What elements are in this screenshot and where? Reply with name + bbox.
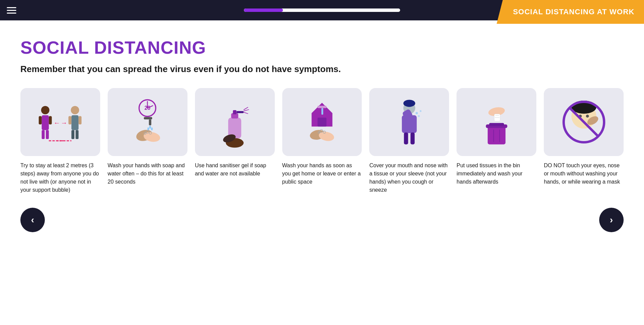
svg-rect-10 [72, 115, 79, 130]
svg-point-54 [419, 110, 421, 112]
svg-text:←: ← [54, 119, 60, 126]
svg-rect-21 [149, 119, 151, 125]
svg-point-22 [149, 126, 151, 129]
card-distance: ← → Try to [20, 88, 100, 194]
card-wash-text: Wash your hands with soap and water ofte… [108, 161, 187, 186]
svg-rect-62 [487, 126, 505, 144]
svg-rect-20 [144, 117, 153, 119]
card-touch-text: DO NOT touch your eyes, nose or mouth wi… [544, 161, 624, 186]
next-button[interactable]: › [599, 208, 624, 232]
svg-point-24 [151, 127, 153, 131]
main-content: SOCIAL DISTANCING Remember that you can … [0, 20, 644, 249]
svg-point-53 [415, 112, 418, 114]
svg-rect-42 [321, 108, 323, 115]
svg-point-49 [403, 100, 415, 107]
svg-rect-57 [410, 133, 414, 144]
svg-rect-14 [79, 116, 82, 125]
svg-rect-12 [76, 130, 79, 139]
svg-line-34 [244, 107, 248, 110]
banner-text: SOCIAL DISTANCING AT WORK [513, 7, 634, 16]
svg-point-0 [41, 106, 50, 115]
orange-banner: SOCIAL DISTANCING AT WORK [497, 0, 644, 24]
card-sanitiser: Use hand sanitiser gel if soap and water… [195, 88, 275, 194]
svg-line-35 [244, 109, 249, 111]
svg-rect-64 [489, 123, 504, 126]
svg-point-70 [586, 115, 589, 118]
svg-line-36 [244, 112, 248, 114]
card-tissue-text: Put used tissues in the bin immediately … [457, 161, 536, 186]
svg-text:→: → [61, 119, 67, 126]
card-touch-icon-box [544, 88, 624, 156]
page-title: SOCIAL DISTANCING [20, 37, 624, 58]
card-wash: 20 [108, 88, 187, 194]
card-distance-icon-box: ← → [20, 88, 100, 156]
svg-point-9 [71, 106, 79, 115]
svg-rect-3 [46, 130, 49, 139]
svg-rect-41 [318, 106, 326, 108]
cough-cover-icon [386, 95, 433, 149]
card-cough-text: Cover your mouth and nose with a tissue … [369, 161, 449, 194]
card-touch: DO NOT touch your eyes, nose or mouth wi… [544, 88, 624, 194]
card-wash-home-text: Wash your hands as soon as you get home … [282, 161, 362, 186]
svg-rect-32 [233, 110, 237, 114]
progress-bar-fill [244, 8, 283, 12]
svg-rect-40 [318, 118, 326, 126]
card-cough: Cover your mouth and nose with a tissue … [369, 88, 449, 194]
header: SOCIAL DISTANCING AT WORK [0, 0, 644, 20]
prev-button[interactable]: ‹ [20, 208, 45, 232]
svg-rect-1 [42, 115, 49, 130]
card-cough-icon-box [369, 88, 449, 156]
card-sanitiser-icon-box [195, 88, 275, 156]
svg-rect-33 [236, 111, 244, 113]
nav-buttons: ‹ › [20, 208, 624, 239]
distance-icon: ← → [36, 95, 84, 149]
card-wash-home-icon-box [282, 88, 362, 156]
svg-rect-13 [69, 116, 72, 125]
subtitle: Remember that you can spread the virus e… [20, 64, 624, 74]
card-sanitiser-text: Use hand sanitiser gel if soap and water… [195, 161, 275, 178]
tissue-bin-icon [473, 95, 520, 149]
svg-rect-56 [404, 133, 408, 144]
sanitiser-icon [211, 95, 258, 149]
progress-bar [244, 8, 400, 12]
svg-rect-11 [72, 130, 75, 139]
card-tissue-icon-box [457, 88, 536, 156]
card-wash-home: Wash your hands as soon as you get home … [282, 88, 362, 194]
card-tissue: Put used tissues in the bin immediately … [457, 88, 536, 194]
svg-point-55 [418, 115, 420, 117]
hamburger-menu-icon[interactable] [7, 7, 16, 14]
no-touch-face-icon [560, 95, 608, 149]
svg-rect-4 [39, 116, 42, 125]
card-wash-icon-box: 20 [108, 88, 187, 156]
wash-hands-icon: 20 [124, 95, 171, 149]
cards-row: ← → Try to [20, 88, 624, 194]
svg-rect-5 [49, 116, 52, 125]
svg-rect-2 [42, 130, 45, 139]
card-distance-text: Try to stay at least 2 metres (3 steps) … [20, 161, 100, 194]
wash-home-icon [298, 95, 346, 149]
